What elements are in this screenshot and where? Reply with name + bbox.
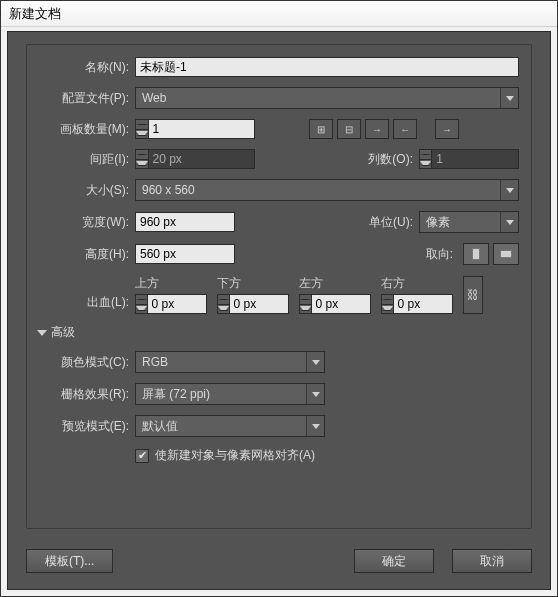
cancel-button[interactable]: 取消	[452, 549, 532, 573]
orientation-portrait-button[interactable]	[463, 243, 489, 265]
color-mode-value: RGB	[142, 355, 168, 369]
label-height: 高度(H):	[39, 246, 135, 263]
label-units: 单位(U):	[345, 214, 419, 231]
chevron-down-icon	[306, 416, 324, 436]
label-name: 名称(N):	[39, 59, 135, 76]
bleed-left-spinner[interactable]	[299, 294, 371, 314]
align-pixel-grid-checkbox[interactable]: ✔	[135, 449, 149, 463]
color-mode-dropdown[interactable]: RGB	[135, 351, 325, 373]
form-panel: 名称(N): 配置文件(P): Web 画板数量(M): ⊞	[26, 44, 532, 529]
chevron-down-icon	[500, 180, 518, 200]
grid-by-row-icon[interactable]: ⊞	[309, 119, 333, 139]
bleed-bottom-input[interactable]	[230, 295, 288, 313]
bleed-right-input[interactable]	[394, 295, 452, 313]
bleed-top-spinner[interactable]	[135, 294, 207, 314]
height-input[interactable]	[135, 244, 235, 264]
templates-button[interactable]: 模板(T)...	[26, 549, 113, 573]
dialog-footer: 模板(T)... 确定 取消	[26, 549, 532, 573]
label-bleed-right: 右方	[381, 275, 453, 292]
label-width: 宽度(W):	[39, 214, 135, 231]
label-size: 大小(S):	[39, 182, 135, 199]
preview-mode-dropdown[interactable]: 默认值	[135, 415, 325, 437]
chevron-down-icon	[500, 212, 518, 232]
dialog-body: 名称(N): 配置文件(P): Web 画板数量(M): ⊞	[7, 31, 551, 590]
name-input[interactable]	[135, 57, 519, 77]
dialog-window: 新建文档 名称(N): 配置文件(P): Web 画板数量(M):	[0, 0, 558, 597]
preview-mode-value: 默认值	[142, 418, 178, 435]
columns-input	[432, 150, 518, 168]
label-bleed-bottom: 下方	[217, 275, 289, 292]
disclosure-triangle-icon	[37, 330, 47, 336]
label-bleed-left: 左方	[299, 275, 371, 292]
profile-value: Web	[142, 91, 166, 105]
arrange-right-icon[interactable]: →	[365, 119, 389, 139]
label-raster-effect: 栅格效果(R):	[39, 386, 135, 403]
size-dropdown[interactable]: 960 x 560	[135, 179, 519, 201]
bleed-top-input[interactable]	[148, 295, 206, 313]
profile-dropdown[interactable]: Web	[135, 87, 519, 109]
label-bleed: 出血(L):	[39, 294, 135, 314]
bleed-bottom-spinner[interactable]	[217, 294, 289, 314]
label-bleed-top: 上方	[135, 275, 207, 292]
label-orientation: 取向:	[411, 246, 459, 263]
dialog-title: 新建文档	[1, 1, 557, 27]
link-bleed-icon[interactable]: ⛓	[463, 276, 483, 314]
label-profile: 配置文件(P):	[39, 90, 135, 107]
raster-effect-value: 屏幕 (72 ppi)	[142, 386, 210, 403]
arrange-left-icon[interactable]: ←	[393, 119, 417, 139]
columns-spinner	[419, 149, 519, 169]
advanced-disclosure[interactable]: 高级	[39, 324, 519, 341]
bleed-right-spinner[interactable]	[381, 294, 453, 314]
chevron-down-icon	[306, 352, 324, 372]
arrange-extra-icon[interactable]: →	[435, 119, 459, 139]
bleed-left-input[interactable]	[312, 295, 370, 313]
grid-by-col-icon[interactable]: ⊟	[337, 119, 361, 139]
label-color-mode: 颜色模式(C):	[39, 354, 135, 371]
units-dropdown[interactable]: 像素	[419, 211, 519, 233]
size-value: 960 x 560	[142, 183, 195, 197]
width-input[interactable]	[135, 212, 235, 232]
align-pixel-grid-label: 使新建对象与像素网格对齐(A)	[155, 447, 315, 464]
advanced-title: 高级	[51, 324, 75, 341]
chevron-down-icon	[306, 384, 324, 404]
orientation-landscape-button[interactable]	[493, 243, 519, 265]
label-columns: 列数(O):	[345, 151, 419, 168]
spacing-spinner	[135, 149, 255, 169]
units-value: 像素	[426, 214, 450, 231]
label-preview-mode: 预览模式(E):	[39, 418, 135, 435]
ok-button[interactable]: 确定	[354, 549, 434, 573]
spacing-input	[149, 150, 254, 168]
label-spacing: 间距(I):	[39, 151, 135, 168]
chevron-down-icon	[500, 88, 518, 108]
raster-effect-dropdown[interactable]: 屏幕 (72 ppi)	[135, 383, 325, 405]
artboard-count-spinner[interactable]	[135, 119, 255, 139]
label-artboard-count: 画板数量(M):	[39, 121, 135, 138]
artboard-count-input[interactable]	[149, 120, 254, 138]
